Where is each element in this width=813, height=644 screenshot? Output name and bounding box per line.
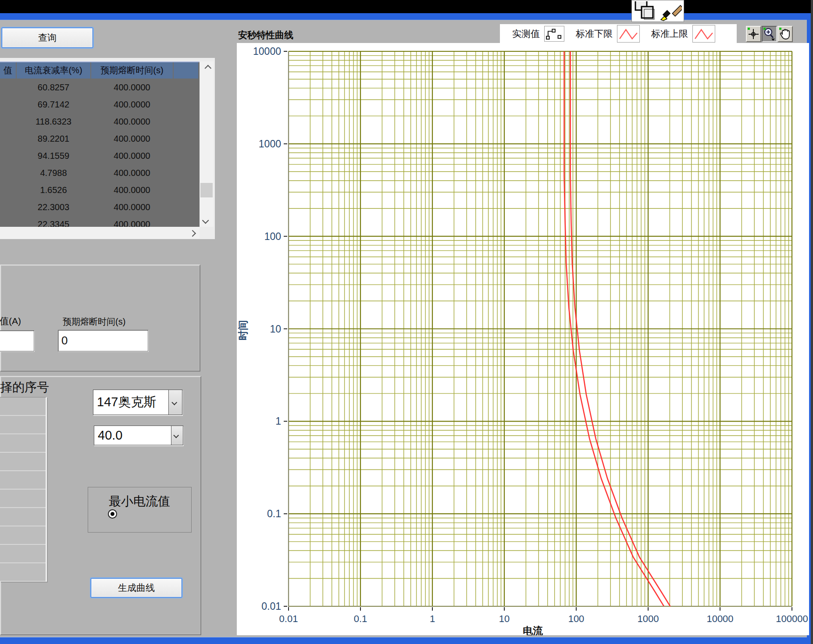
graph-tool-palette [746,26,793,42]
radio-dot [111,512,114,516]
rating-combobox-value: 40.0 [94,426,171,445]
list-item[interactable] [0,416,46,434]
cursor-tool-button[interactable] [746,26,761,42]
table-row-cell[interactable]: 400.0000 [91,131,173,147]
model-combobox[interactable]: 147奥克斯 [93,390,182,415]
table-row-cell[interactable]: 22.3003 [17,199,90,215]
svg-text:100: 100 [568,613,585,624]
list-item[interactable] [0,471,46,490]
table-row-cell[interactable]: 69.7142 [17,97,90,113]
table-row-cell[interactable] [174,131,198,147]
list-item[interactable] [0,397,46,416]
table-row-cell[interactable]: 4.7988 [17,165,90,181]
table-row-cell[interactable] [0,131,16,147]
table-row-cell[interactable]: 89.2201 [17,131,90,147]
table-header-cell: 预期熔断时间(s) [91,62,173,79]
list-item[interactable] [0,490,46,508]
table-row-cell[interactable] [0,148,16,164]
min-current-radio[interactable] [108,509,117,519]
chart-title: 安秒特性曲线 [238,29,293,41]
model-combobox-dropdown[interactable] [168,390,182,415]
table-row-cell[interactable] [0,79,16,96]
table-row-cell[interactable]: 400.0000 [91,182,173,198]
table-row-cell[interactable]: 400.0000 [91,165,173,181]
query-button-label: 查询 [38,32,57,44]
list-item[interactable] [0,434,46,453]
table-row-cell[interactable] [174,199,198,215]
scroll-down-button[interactable] [200,214,214,227]
vertical-scroll-thumb[interactable] [200,183,213,197]
table-row-cell[interactable]: 94.1559 [17,148,90,164]
chevron-down-icon [202,217,209,224]
chevron-right-icon [189,230,196,237]
list-item[interactable] [0,563,46,582]
table-row-cell[interactable]: 60.8257 [17,79,90,96]
list-item[interactable] [0,526,46,545]
value-input[interactable] [0,330,34,351]
list-item[interactable] [0,545,46,563]
table-row-cell[interactable] [0,114,16,130]
table-row-cell[interactable] [0,165,16,181]
table-row-cell[interactable] [174,114,198,130]
table-row-cell[interactable] [174,79,198,96]
expected-time-input[interactable]: 0 [58,330,148,351]
table-row-cell[interactable] [174,97,198,113]
svg-text:100: 100 [264,231,281,242]
table-row-cell[interactable] [0,97,16,113]
sequence-listbox[interactable] [0,397,47,582]
legend-upper-limit-label[interactable]: 标准上限 [651,28,688,40]
plot-area[interactable]: 0.010.1110100100010000100000100001000100… [237,43,810,635]
title-band [0,13,813,20]
step-plot-icon[interactable] [544,26,564,42]
sequence-label: 选择的序号 [0,379,49,396]
scroll-right-button[interactable] [186,227,200,239]
rating-combobox[interactable]: 40.0 [94,426,183,445]
table-header-cell: 值 [0,62,16,79]
chevron-down-icon [171,400,177,405]
edit-tools-box [631,0,684,22]
red-zigzag-icon[interactable] [617,25,640,43]
table-row-cell[interactable] [174,216,198,228]
table-vertical-scrollbar[interactable] [200,61,214,227]
table-row-cell[interactable] [174,148,198,164]
paintbrush-icon[interactable] [657,1,682,21]
legend-lower-limit-label[interactable]: 标准下限 [576,28,613,40]
curve-标准下限 [564,51,667,611]
table-row-cell[interactable] [0,182,16,198]
sequence-label-clip: 选择的序号 [0,379,58,396]
copy-pages-icon[interactable] [632,1,657,21]
pan-tool-button[interactable] [777,26,793,42]
table-row-cell[interactable]: 400.0000 [91,97,173,113]
table-row-cell[interactable] [0,216,16,228]
table-header-cell: 电流衰减率(%) [17,62,90,79]
min-current-label: 最小电流值 [109,493,170,510]
table-horizontal-scrollbar[interactable] [0,227,200,239]
generate-curve-button[interactable]: 生成曲线 [91,578,182,597]
table-row-cell[interactable]: 400.0000 [91,114,173,130]
red-zigzag-icon[interactable] [692,25,715,43]
table-row-cell[interactable] [174,182,198,198]
table-row-cell[interactable] [0,199,16,215]
table-row-cell[interactable]: 400.0000 [91,199,173,215]
list-item[interactable] [0,453,46,471]
zoom-tool-button[interactable] [762,26,777,42]
svg-text:1000: 1000 [259,138,281,150]
table-row-cell[interactable]: 1.6526 [17,182,90,198]
table-row-cell[interactable]: 400.0000 [91,148,173,164]
table-row-cell[interactable]: 400.0000 [91,79,173,96]
value-label-clip: 数值(A) [0,315,32,327]
table-row-cell[interactable]: 22.3345 [17,216,90,228]
table-row-cell[interactable]: 400.0000 [91,216,173,228]
scroll-up-button[interactable] [200,61,214,75]
list-item[interactable] [0,508,46,526]
result-table[interactable]: 值电流衰减率(%)预期熔断时间(s)60.8257400.000069.7142… [0,61,200,228]
value-label: 数值(A) [0,315,21,327]
generate-curve-label: 生成曲线 [118,582,155,594]
legend-measured-label[interactable]: 实测值 [512,28,540,40]
query-button[interactable]: 查询 [2,28,93,48]
green-indicator [748,28,750,30]
svg-text:0.01: 0.01 [261,601,281,612]
table-row-cell[interactable] [174,165,198,181]
rating-combobox-dropdown[interactable] [171,426,183,445]
table-row-cell[interactable]: 118.6323 [17,114,90,130]
